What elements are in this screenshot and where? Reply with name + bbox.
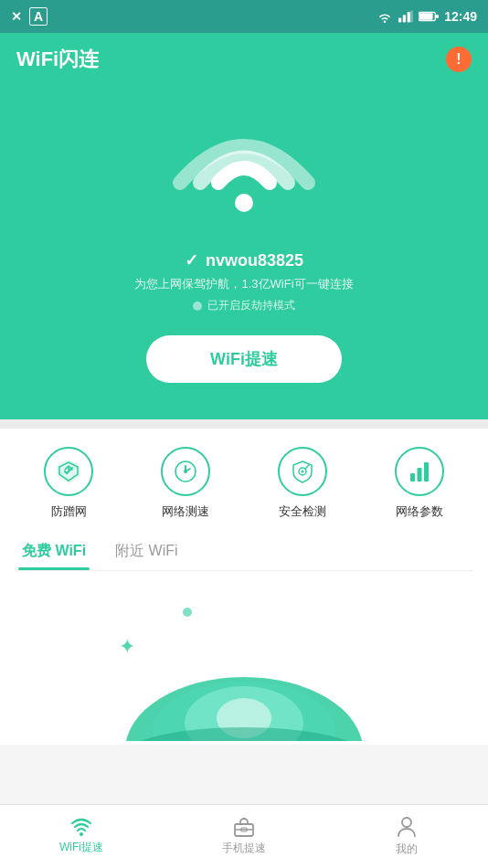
anti-mode-row: 已开启反劫持模式 <box>193 298 295 313</box>
security-check-icon-circle <box>278 447 327 496</box>
a-icon: A <box>29 7 48 26</box>
speed-test-icon-circle <box>161 447 210 496</box>
svg-rect-3 <box>410 11 413 23</box>
anti-freeload-icon-circle <box>44 447 93 496</box>
svg-rect-15 <box>418 468 422 482</box>
speed-test-label: 网络测速 <box>162 503 209 520</box>
subtitle-text: 为您上网保驾护航，1.3亿WiFi可一键连接 <box>134 276 353 292</box>
free-wifi-content: ✦ <box>0 580 488 745</box>
status-left-icons: ✕ A <box>11 7 48 26</box>
battery-icon <box>419 11 439 22</box>
tab-nearby-wifi-label: 附近 WiFi <box>115 543 177 558</box>
clock: 12:49 <box>444 9 477 24</box>
svg-point-11 <box>184 470 187 473</box>
bottom-nav: WiFi提速 手机提速 我的 <box>0 804 488 868</box>
security-check-label: 安全检测 <box>279 503 326 520</box>
tools-grid: 防蹭网 网络测速 <box>15 447 473 520</box>
section-divider <box>0 419 488 429</box>
tool-security-check[interactable]: 安全检测 <box>249 447 356 520</box>
warning-symbol: ! <box>456 51 461 68</box>
svg-rect-6 <box>436 15 440 18</box>
svg-rect-2 <box>408 12 410 22</box>
briefcase-nav-icon <box>232 817 256 837</box>
dot-indicator <box>193 302 202 311</box>
tab-free-wifi-label: 免费 WiFi <box>22 543 86 558</box>
tab-nearby-wifi[interactable]: 附近 WiFi <box>111 535 181 570</box>
tool-speed-test[interactable]: 网络测速 <box>132 447 239 520</box>
app-header: WiFi闪连 ! <box>0 33 488 82</box>
nav-wifi-speed-label: WiFi提速 <box>59 840 103 855</box>
deco-dot <box>183 608 192 617</box>
hero-section: ✓ nvwou83825 为您上网保驾护航，1.3亿WiFi可一键连接 已开启反… <box>0 82 488 419</box>
tool-network-params[interactable]: 网络参数 <box>366 447 473 520</box>
nav-profile[interactable]: 我的 <box>325 805 488 868</box>
anti-freeload-label: 防蹭网 <box>51 503 87 520</box>
check-icon: ✓ <box>185 250 198 270</box>
wifi-graphic <box>162 101 326 232</box>
nav-phone-speed-label: 手机提速 <box>222 841 266 856</box>
svg-rect-14 <box>410 473 415 482</box>
svg-point-7 <box>235 194 253 212</box>
nav-phone-speed[interactable]: 手机提速 <box>163 805 325 868</box>
status-bar: ✕ A 12:49 <box>0 0 488 33</box>
tab-free-wifi[interactable]: 免费 WiFi <box>18 535 90 570</box>
status-right-icons: 12:49 <box>377 9 477 24</box>
arch-graphic <box>98 631 390 745</box>
nav-wifi-speed[interactable]: WiFi提速 <box>0 805 163 868</box>
network-params-icon-circle <box>395 447 444 496</box>
nav-profile-label: 我的 <box>396 842 418 857</box>
svg-point-22 <box>80 832 83 836</box>
network-params-label: 网络参数 <box>396 503 443 520</box>
warning-icon[interactable]: ! <box>446 47 472 72</box>
person-nav-icon <box>397 816 417 838</box>
speed-button[interactable]: WiFi提速 <box>146 335 342 383</box>
svg-rect-16 <box>424 462 429 482</box>
tool-anti-freeload[interactable]: 防蹭网 <box>15 447 122 520</box>
tabs-row: 免费 WiFi 附近 WiFi <box>15 535 473 571</box>
svg-rect-0 <box>398 18 401 23</box>
svg-rect-1 <box>403 15 406 22</box>
svg-rect-5 <box>419 13 433 19</box>
signal-icon <box>398 10 413 23</box>
svg-point-26 <box>402 818 411 827</box>
tools-section: 防蹭网 网络测速 <box>0 429 488 580</box>
wifi-status-icon <box>377 10 393 23</box>
x-icon: ✕ <box>11 9 22 24</box>
ssid-row: ✓ nvwou83825 <box>185 250 303 270</box>
ssid-name: nvwou83825 <box>206 251 303 270</box>
svg-point-13 <box>302 471 304 473</box>
wifi-nav-icon <box>69 818 93 836</box>
app-title: WiFi闪连 <box>16 46 99 73</box>
anti-mode-label: 已开启反劫持模式 <box>207 298 295 313</box>
